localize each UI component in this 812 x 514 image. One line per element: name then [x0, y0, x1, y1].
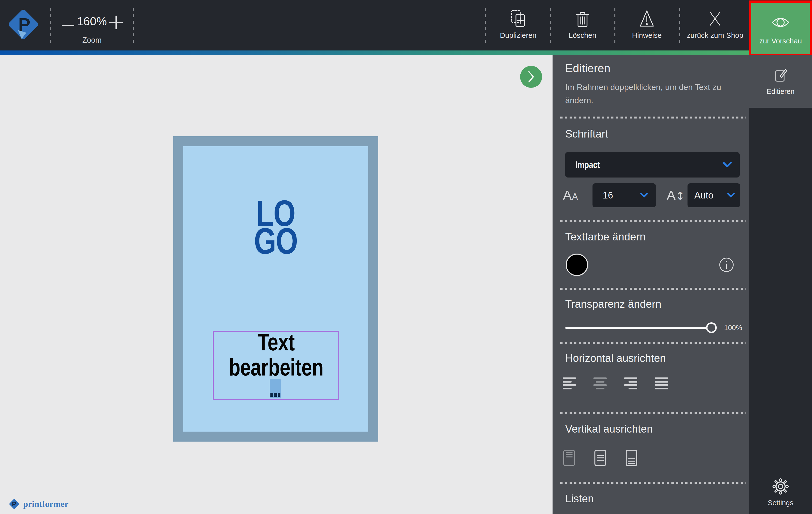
close-icon	[706, 10, 724, 28]
font-size-value: 16	[592, 190, 640, 201]
panel-separator	[560, 342, 746, 344]
printformer-editor: P 160% Zoom Duplizieren	[0, 0, 812, 514]
panel-subtitle: Im Rahmen doppelklicken, um den Text zu …	[565, 80, 728, 107]
transparency-slider-track[interactable]	[565, 327, 714, 329]
align-center-icon[interactable]	[593, 377, 607, 390]
panel-separator	[560, 220, 746, 222]
duplicate-label: Duplizieren	[500, 31, 536, 39]
preview-button[interactable]: zur Vorschau	[751, 3, 810, 54]
settings-button[interactable]: Settings	[749, 470, 812, 514]
halign-buttons	[563, 377, 668, 390]
align-justify-icon[interactable]	[655, 377, 668, 390]
warning-triangle-icon	[638, 10, 656, 28]
valign-buttons	[563, 450, 637, 466]
transparency-value: 100%	[724, 324, 742, 332]
settings-label: Settings	[768, 499, 793, 507]
transparency-slider-thumb[interactable]	[706, 322, 717, 333]
font-section-heading: Schriftart	[565, 128, 608, 140]
brand-diamond-icon: P	[8, 498, 20, 510]
gradient-progress-bar	[0, 51, 812, 55]
next-step-button[interactable]	[520, 66, 542, 88]
delete-button[interactable]: Löschen	[550, 10, 615, 45]
line-height-icon: A↕	[667, 187, 685, 203]
font-family-select[interactable]: Impact	[565, 152, 740, 178]
font-family-value: Impact	[575, 160, 600, 170]
logo-line-2: GO	[204, 227, 348, 255]
valign-top-icon[interactable]	[563, 450, 575, 466]
delete-label: Löschen	[569, 31, 596, 39]
tab-editieren-label: Editieren	[767, 87, 794, 96]
trash-icon	[574, 10, 591, 28]
chevron-down-icon	[640, 192, 648, 198]
gear-icon	[772, 478, 790, 495]
align-right-icon[interactable]	[624, 377, 637, 390]
duplicate-button[interactable]: Duplizieren	[485, 10, 551, 45]
eye-icon	[770, 12, 791, 33]
lists-heading: Listen	[565, 492, 594, 505]
overflow-dot	[270, 393, 273, 397]
zoom-out-button[interactable]	[62, 22, 74, 29]
top-toolbar: P 160% Zoom Duplizieren	[0, 0, 812, 51]
back-to-shop-button[interactable]: zurück zum Shop	[682, 10, 748, 45]
toolbar-separator	[50, 8, 51, 44]
panel-title: Editieren	[565, 61, 611, 75]
logo-placeholder-text[interactable]: LO GO	[183, 199, 368, 255]
editable-text[interactable]: Text bearbeiten	[213, 330, 339, 380]
text-line-2: bearbeiten	[225, 355, 327, 380]
chevron-down-icon	[722, 161, 732, 168]
line-height-value: Auto	[688, 190, 726, 201]
color-swatch-black[interactable]	[566, 253, 588, 276]
chevron-right-icon	[520, 66, 542, 88]
text-overflow-indicator[interactable]	[270, 379, 281, 399]
tool-rail	[749, 55, 812, 514]
font-size-icon: AA	[563, 187, 578, 203]
overflow-dot	[274, 393, 277, 397]
zoom-level-value: 160%	[76, 15, 108, 28]
valign-heading: Vertikal ausrichten	[565, 423, 653, 435]
zoom-label: Zoom	[73, 36, 111, 45]
valign-middle-icon[interactable]	[594, 450, 606, 466]
font-size-select[interactable]: 16	[592, 183, 656, 207]
tab-editieren[interactable]: Editieren	[749, 55, 812, 108]
preview-button-highlight: zur Vorschau	[749, 0, 812, 57]
info-icon[interactable]	[718, 256, 735, 273]
halign-heading: Horizontal ausrichten	[565, 352, 666, 364]
brand-wordmark: printformer	[23, 499, 68, 509]
text-color-heading: Textfarbe ändern	[565, 231, 646, 243]
back-to-shop-label: zurück zum Shop	[687, 31, 743, 39]
hints-button[interactable]: Hinweise	[614, 10, 680, 45]
text-line-1: Text	[225, 330, 327, 355]
edit-panel	[553, 55, 749, 514]
preview-label: zur Vorschau	[759, 37, 802, 45]
zoom-in-button[interactable]	[109, 16, 123, 29]
edit-icon	[773, 67, 789, 83]
footer-brand[interactable]: P printformer	[8, 498, 68, 510]
transparency-heading: Transparenz ändern	[565, 298, 662, 310]
align-left-icon[interactable]	[563, 377, 576, 390]
line-height-select[interactable]: Auto	[688, 183, 740, 207]
hints-label: Hinweise	[632, 31, 662, 39]
panel-separator	[560, 412, 746, 414]
panel-separator	[560, 482, 746, 484]
chevron-down-icon	[726, 192, 735, 198]
panel-separator	[560, 116, 746, 118]
duplicate-icon	[509, 10, 527, 28]
toolbar-separator	[133, 8, 134, 44]
brand-glyph: P	[10, 12, 39, 37]
valign-bottom-icon[interactable]	[626, 450, 637, 466]
minus-icon	[62, 25, 74, 26]
printformer-logo[interactable]: P	[10, 10, 39, 40]
panel-separator	[560, 288, 746, 290]
overflow-dot	[278, 393, 281, 397]
